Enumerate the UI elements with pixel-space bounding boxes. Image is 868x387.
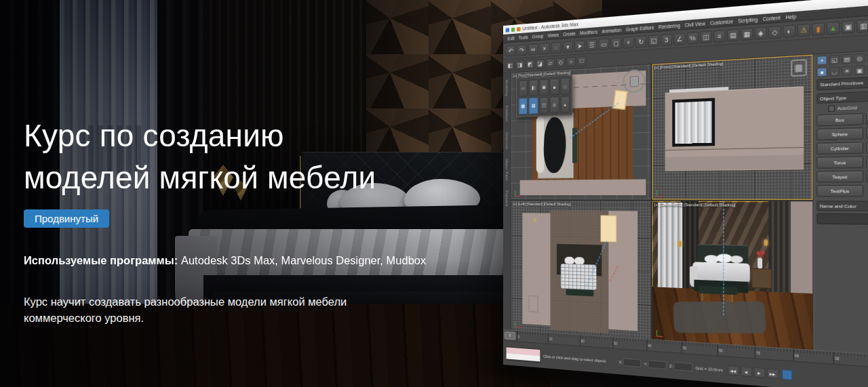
redo-icon[interactable]: ↷ <box>517 44 527 56</box>
scene-explorer-icon[interactable]: ▦ <box>741 27 753 40</box>
coord-y-input[interactable] <box>648 360 667 369</box>
autogrid-checkbox[interactable]: AutoGrid <box>828 102 868 112</box>
primitive-button-teapot[interactable]: Teapot <box>816 171 863 183</box>
object-type-rollout[interactable]: Object Type <box>816 89 868 104</box>
previous-frame-button[interactable]: ◀ <box>741 366 752 377</box>
ribbon-tab-selection[interactable]: Selection <box>505 131 509 148</box>
auto-key-button[interactable] <box>782 369 792 380</box>
viewport-front[interactable]: [+] [Front] [Standard] [Default Shading] <box>652 55 812 200</box>
coordinate-z[interactable]: Z: <box>669 362 692 372</box>
primitive-button-box[interactable]: Box <box>816 113 863 127</box>
lights-category-icon[interactable]: ☀ <box>842 66 852 76</box>
menu-views[interactable]: Views <box>546 32 561 38</box>
menu-scripting[interactable]: Scripting <box>736 16 760 24</box>
align-icon[interactable]: ≡ <box>713 29 726 42</box>
spinner-snap-icon[interactable]: ◪ <box>536 58 545 68</box>
rendered-frame-icon[interactable]: ▥ <box>856 19 868 33</box>
name-and-color-rollout[interactable]: Name and Color <box>816 201 868 211</box>
angle-snap-icon[interactable]: ∠ <box>673 33 685 45</box>
menu-animation[interactable]: Animation <box>599 27 623 34</box>
render-setup-icon[interactable]: ▣ <box>842 20 855 33</box>
viewcube-icon[interactable] <box>791 59 807 77</box>
schematic-view-icon[interactable]: ◇ <box>768 25 781 38</box>
menu-civil-view[interactable]: Civil View <box>682 20 707 28</box>
select-scale-icon[interactable]: ◱ <box>648 35 660 47</box>
primitive-button-textplus[interactable]: TextPlus <box>816 185 863 197</box>
soft-selection-icon[interactable]: ○ <box>566 56 576 66</box>
timeline-slider-handle[interactable]: 0 <box>505 331 515 340</box>
maxscript-mini-listener[interactable] <box>506 346 541 363</box>
menu-help[interactable]: Help <box>783 13 799 20</box>
selection-filter-icon[interactable]: ▾ <box>563 41 573 53</box>
window-crossing-icon[interactable]: ◻ <box>610 37 621 49</box>
object-name-field[interactable] <box>816 213 868 226</box>
primitive-type-dropdown[interactable]: Standard Primitives ▾ <box>816 75 868 90</box>
pivot-center-icon[interactable]: □ <box>577 56 587 66</box>
menu-create[interactable]: Create <box>561 30 578 37</box>
viewport-camera[interactable]: [+] [Camera001] [Standard] [Default Shad… <box>652 201 812 350</box>
rectangular-selection-icon[interactable]: ▭ <box>598 38 609 50</box>
play-animation-button[interactable]: ▶ <box>753 367 765 378</box>
undo-icon[interactable]: ↶ <box>506 45 516 56</box>
primitive-button-cylinder[interactable]: Cylinder <box>816 142 863 155</box>
shapes-category-icon[interactable]: ◡ <box>829 66 840 77</box>
viewport-left[interactable]: [+] [Left] [Standard] [Default Shading] … <box>511 201 651 339</box>
select-rotate-icon[interactable]: ↻ <box>635 35 647 47</box>
modify-tab-icon[interactable]: ◱ <box>829 55 840 65</box>
snap-toggle-icon[interactable]: ◧ <box>506 60 515 70</box>
float-tool-9-icon[interactable]: ◎ <box>550 96 559 113</box>
float-tool-8-icon[interactable]: ◫ <box>539 97 549 114</box>
float-tool-1-icon[interactable]: ▭ <box>519 80 528 97</box>
angle-snap-small-icon[interactable]: ◨ <box>515 60 524 70</box>
go-to-start-button[interactable]: ◀◀ <box>728 365 739 376</box>
container-icon[interactable]: ▮ <box>812 22 825 36</box>
mirror-icon[interactable]: ◫ <box>700 30 712 43</box>
ribbon-tab-populate[interactable]: Populate <box>505 190 509 207</box>
percent-snap-small-icon[interactable]: ◩ <box>526 59 534 69</box>
populate-icon[interactable]: ▲ <box>827 21 840 35</box>
float-tool-5-icon[interactable]: □ <box>560 78 570 95</box>
snaps-toggle-icon[interactable]: 3 <box>660 33 672 45</box>
geometry-category-icon[interactable]: ● <box>816 67 827 77</box>
hierarchy-tab-icon[interactable]: ▤ <box>842 54 852 64</box>
coord-x-input[interactable] <box>623 358 642 367</box>
ribbon-tab-freeform[interactable]: Freeform <box>505 106 509 123</box>
select-link-icon[interactable]: ∞ <box>528 43 538 55</box>
menu-graph-editors[interactable]: Graph Editors <box>624 24 656 32</box>
percent-snap-icon[interactable]: % <box>687 31 698 44</box>
warning-icon[interactable]: ⚠ <box>797 23 810 37</box>
menu-edit[interactable]: Edit <box>506 35 517 41</box>
unlink-selection-icon[interactable]: × <box>540 42 550 54</box>
motion-tab-icon[interactable]: ◎ <box>854 53 865 63</box>
create-tab-icon[interactable]: + <box>816 56 827 66</box>
select-move-icon[interactable]: + <box>623 36 634 48</box>
menu-group[interactable]: Group <box>530 33 546 39</box>
menu-tools[interactable]: Tools <box>517 34 530 40</box>
normal-constraint-icon[interactable]: ◇ <box>556 57 565 67</box>
float-tool-3-icon[interactable]: ▣ <box>539 79 549 96</box>
menu-customize[interactable]: Customize <box>708 18 736 26</box>
edge-constraint-icon[interactable]: ▱ <box>546 58 555 68</box>
menu-content[interactable]: Content <box>760 14 783 22</box>
float-tool-4-icon[interactable]: ■ <box>550 78 559 95</box>
float-tool-7-icon[interactable]: ▤ <box>529 98 538 115</box>
curve-editor-icon[interactable]: ◈ <box>755 26 767 39</box>
float-tool-2-icon[interactable]: ◧ <box>529 79 538 96</box>
coord-z-input[interactable] <box>673 362 692 371</box>
cameras-category-icon[interactable]: ▣ <box>854 65 865 75</box>
primitive-button-sphere[interactable]: Sphere <box>816 127 863 140</box>
ribbon-tab-object-paint[interactable]: Object Paint <box>505 159 509 181</box>
layer-manager-icon[interactable]: ▤ <box>727 28 739 41</box>
coordinate-y[interactable]: Y: <box>644 360 667 369</box>
primitive-button-torus[interactable]: Torus <box>816 156 863 168</box>
go-to-end-button[interactable]: ▶▶ <box>766 368 778 379</box>
menu-rendering[interactable]: Rendering <box>656 22 683 30</box>
ribbon-tab-modeling[interactable]: Modeling <box>505 80 509 97</box>
select-object-icon[interactable]: ➤ <box>574 40 585 52</box>
float-tool-10-icon[interactable]: ● <box>560 96 570 113</box>
bind-spacewarp-icon[interactable]: ◌ <box>551 41 561 53</box>
float-tool-6-icon[interactable]: ▦ <box>519 98 528 115</box>
select-by-name-icon[interactable]: ☰ <box>587 39 597 51</box>
material-editor-icon[interactable]: ◐ <box>783 24 795 38</box>
coordinate-x[interactable]: X: <box>618 358 641 367</box>
